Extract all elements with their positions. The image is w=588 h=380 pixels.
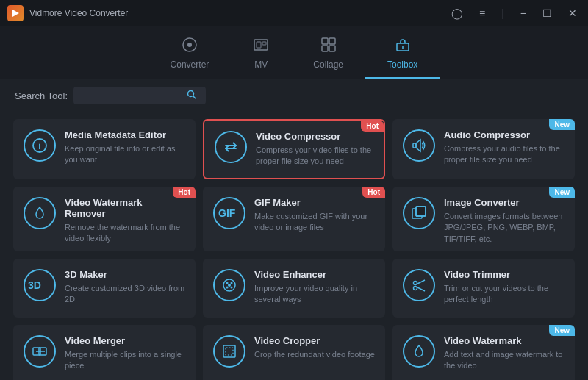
svg-point-27 bbox=[231, 282, 233, 284]
tool-title-video-compressor: Video Compressor bbox=[256, 131, 373, 142]
tool-icon-video-watermark bbox=[403, 335, 435, 368]
chat-button[interactable]: ◯ bbox=[448, 6, 467, 21]
toolbox-icon bbox=[395, 37, 411, 57]
tool-title-image-converter: Image Converter bbox=[444, 197, 564, 208]
search-input[interactable] bbox=[79, 90, 182, 101]
svg-rect-38 bbox=[223, 345, 235, 357]
tools-grid: i Media Metadata Editor Keep original fi… bbox=[0, 112, 588, 380]
tool-icon-video-compressor bbox=[215, 131, 247, 163]
tool-desc-media-metadata-editor: Keep original file info or edit as you w… bbox=[65, 143, 185, 166]
mv-icon bbox=[253, 37, 269, 57]
tab-collage[interactable]: Collage bbox=[291, 32, 365, 79]
tool-desc-video-merger: Merge multiple clips into a single piece bbox=[65, 349, 185, 372]
collage-icon bbox=[320, 37, 337, 57]
collage-label: Collage bbox=[313, 60, 343, 70]
toolbox-label: Toolbox bbox=[387, 60, 417, 70]
svg-rect-9 bbox=[329, 46, 335, 51]
search-bar: Search Tool: bbox=[0, 79, 588, 112]
tool-desc-video-watermark-remover: Remove the watermark from the video flex… bbox=[65, 222, 185, 245]
tab-converter[interactable]: Converter bbox=[148, 32, 232, 79]
tool-icon-video-enhancer bbox=[213, 269, 245, 301]
tool-content-video-cropper: Video Cropper Crop the redundant video f… bbox=[254, 335, 375, 360]
tool-card-video-watermark[interactable]: Video Watermark Add text and image water… bbox=[392, 325, 575, 380]
tool-card-video-cropper[interactable]: Video Cropper Crop the redundant video f… bbox=[203, 325, 385, 380]
tool-title-video-watermark: Video Watermark bbox=[444, 335, 564, 346]
tool-title-audio-compressor: Audio Compressor bbox=[444, 129, 564, 140]
svg-rect-6 bbox=[322, 38, 328, 44]
titlebar-controls: ◯ ≡ | − ☐ ✕ bbox=[448, 6, 581, 21]
search-input-wrap[interactable] bbox=[74, 87, 206, 104]
tool-icon-3d-maker: 3D bbox=[24, 269, 56, 301]
separator: | bbox=[498, 6, 508, 21]
tool-icon-gif-maker: GIF bbox=[213, 197, 245, 229]
svg-rect-5 bbox=[262, 42, 266, 45]
badge-image-converter: New bbox=[549, 187, 575, 198]
badge-video-watermark-remover: Hot bbox=[173, 187, 196, 198]
tool-content-3d-maker: 3D Maker Create customized 3D video from… bbox=[65, 269, 185, 306]
tool-card-video-compressor[interactable]: Video Compressor Compress your video fil… bbox=[203, 119, 385, 179]
tool-title-video-cropper: Video Cropper bbox=[254, 335, 375, 346]
tool-desc-video-compressor: Compress your video files to the proper … bbox=[256, 145, 373, 168]
tool-content-audio-compressor: Audio Compressor Compress your audio fil… bbox=[444, 129, 564, 166]
tool-title-video-merger: Video Merger bbox=[65, 335, 185, 346]
tool-content-gif-maker: GIF Maker Make customized GIF with your … bbox=[254, 197, 375, 234]
tool-title-media-metadata-editor: Media Metadata Editor bbox=[65, 129, 185, 140]
svg-text:3D: 3D bbox=[28, 279, 41, 291]
svg-point-28 bbox=[226, 287, 229, 289]
tool-content-video-merger: Video Merger Merge multiple clips into a… bbox=[65, 335, 185, 372]
tool-icon-audio-compressor bbox=[403, 129, 435, 162]
tool-desc-audio-compressor: Compress your audio files to the proper … bbox=[444, 143, 564, 166]
tool-card-media-metadata-editor[interactable]: i Media Metadata Editor Keep original fi… bbox=[13, 119, 196, 179]
tool-desc-video-trimmer: Trim or cut your videos to the perfect l… bbox=[444, 283, 564, 306]
tool-desc-video-watermark: Add text and image watermark to the vide… bbox=[444, 349, 564, 372]
svg-point-26 bbox=[226, 282, 229, 284]
search-icon bbox=[187, 90, 196, 101]
svg-point-31 bbox=[414, 282, 417, 285]
tool-card-video-enhancer[interactable]: Video Enhancer Improve your video qualit… bbox=[203, 259, 385, 318]
tool-content-video-watermark: Video Watermark Add text and image water… bbox=[444, 335, 564, 372]
badge-audio-compressor: New bbox=[549, 119, 575, 130]
svg-point-29 bbox=[231, 287, 233, 289]
tool-content-video-watermark-remover: Video Watermark Remover Remove the water… bbox=[65, 197, 185, 245]
svg-text:GIF: GIF bbox=[218, 207, 236, 219]
svg-point-2 bbox=[187, 43, 192, 47]
close-button[interactable]: ✕ bbox=[564, 6, 581, 21]
mv-label: MV bbox=[254, 60, 268, 70]
menu-button[interactable]: ≡ bbox=[476, 6, 489, 21]
tool-title-video-trimmer: Video Trimmer bbox=[444, 269, 564, 280]
search-label: Search Tool: bbox=[15, 90, 68, 101]
tool-card-video-trimmer[interactable]: Video Trimmer Trim or cut your videos to… bbox=[392, 259, 575, 318]
tool-icon-video-merger bbox=[24, 335, 56, 368]
minimize-button[interactable]: − bbox=[517, 6, 530, 21]
svg-point-30 bbox=[228, 284, 231, 287]
tool-desc-video-cropper: Crop the redundant video footage bbox=[254, 349, 375, 360]
tool-icon-video-cropper bbox=[213, 335, 245, 368]
tool-icon-video-watermark-remover bbox=[24, 197, 56, 229]
badge-video-compressor: Hot bbox=[361, 121, 384, 132]
tab-mv[interactable]: MV bbox=[231, 32, 291, 79]
tool-card-gif-maker[interactable]: GIF GIF Maker Make customized GIF with y… bbox=[203, 187, 385, 251]
tab-toolbox[interactable]: Toolbox bbox=[365, 32, 440, 79]
badge-gif-maker: Hot bbox=[362, 187, 385, 198]
tool-desc-gif-maker: Make customized GIF with your video or i… bbox=[254, 211, 375, 234]
svg-rect-22 bbox=[416, 207, 426, 216]
tool-card-video-watermark-remover[interactable]: Video Watermark Remover Remove the water… bbox=[13, 187, 196, 251]
svg-rect-7 bbox=[329, 38, 335, 44]
maximize-button[interactable]: ☐ bbox=[539, 6, 556, 21]
tool-title-video-watermark-remover: Video Watermark Remover bbox=[65, 197, 185, 219]
svg-rect-39 bbox=[226, 348, 233, 355]
converter-icon bbox=[182, 37, 198, 57]
svg-rect-8 bbox=[322, 46, 328, 51]
tool-content-video-compressor: Video Compressor Compress your video fil… bbox=[256, 131, 373, 168]
app-logo bbox=[7, 5, 24, 21]
svg-line-13 bbox=[193, 96, 196, 98]
tool-card-3d-maker[interactable]: 3D 3D Maker Create customized 3D video f… bbox=[13, 259, 196, 318]
tool-card-video-merger[interactable]: Video Merger Merge multiple clips into a… bbox=[13, 325, 196, 380]
svg-rect-4 bbox=[257, 42, 261, 48]
tool-content-media-metadata-editor: Media Metadata Editor Keep original file… bbox=[65, 129, 185, 166]
tool-card-audio-compressor[interactable]: Audio Compressor Compress your audio fil… bbox=[392, 119, 575, 179]
tool-card-image-converter[interactable]: Image Converter Convert images formats b… bbox=[392, 187, 575, 251]
svg-line-33 bbox=[417, 280, 425, 284]
tool-icon-video-trimmer bbox=[403, 269, 435, 301]
tool-title-gif-maker: GIF Maker bbox=[254, 197, 375, 208]
